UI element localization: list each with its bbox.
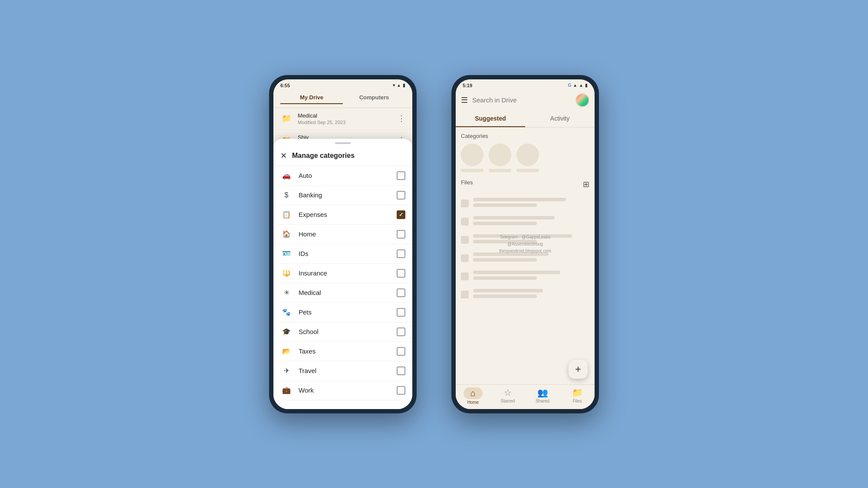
search-content: Categories Files ⊞ [456,128,595,384]
category-label-pets: Pets [299,308,397,316]
skel-line-3b [473,240,537,243]
sheet-handle [335,142,351,144]
category-banking[interactable]: $ Banking [273,186,412,205]
time-2: 5:19 [463,83,472,88]
category-circle-3 [516,144,539,172]
drive-tabs: My Drive Computers [273,90,412,108]
files-nav-icon: 📁 [572,387,583,398]
category-label-school: School [299,328,397,335]
home-icon: 🏠 [280,230,293,238]
file-item-medical[interactable]: 📁 Medical Modified Sep 25, 2023 ⋮ [273,108,412,130]
checkbox-school[interactable] [397,328,405,336]
category-medical[interactable]: ✳ Medical [273,283,412,303]
sheet-title: Manage categories [292,152,355,160]
search-input[interactable] [472,96,571,104]
checkbox-travel[interactable] [397,367,405,375]
auto-icon: 🚗 [280,171,293,180]
category-label-ids: IDs [299,250,397,257]
category-school[interactable]: 🎓 School [273,322,412,342]
category-home[interactable]: 🏠 Home [273,225,412,244]
circle-label-3 [516,169,539,172]
tab-activity[interactable]: Activity [525,111,595,127]
skel-line-2a [473,216,555,219]
category-circles [461,144,589,172]
skel-line-1a [473,198,566,201]
battery-icon-2: ▮ [585,83,588,88]
grid-view-icon[interactable]: ⊞ [583,180,589,189]
battery-icon: ▮ [403,83,405,88]
checkbox-work[interactable] [397,386,405,395]
close-sheet-button[interactable]: ✕ [280,151,287,160]
avatar[interactable] [575,93,589,107]
checkbox-taxes[interactable] [397,347,405,356]
skel-thumb-3 [461,236,469,244]
search-header: ☰ [456,90,595,111]
nav-home[interactable]: ⌂ Home [456,387,490,405]
category-work[interactable]: 💼 Work [273,381,412,400]
category-ids[interactable]: 🪪 IDs [273,244,412,264]
ids-icon: 🪪 [280,249,293,258]
signal-icon-2: ▲ [573,83,577,88]
skel-line-6b [473,295,537,298]
category-auto[interactable]: 🚗 Auto [273,166,412,186]
shared-nav-icon: 👥 [537,387,548,398]
checkbox-medical[interactable] [397,288,405,297]
category-travel[interactable]: ✈ Travel [273,361,412,381]
status-bar-1: 6:55 ▾ ▲ ▮ [273,79,412,90]
status-icons-1: ▾ ▲ ▮ [393,83,405,88]
category-pets[interactable]: 🐾 Pets [273,303,412,322]
phone-1: 6:55 ▾ ▲ ▮ My Drive Computers 📁 Medical … [269,75,417,413]
time-1: 6:55 [280,83,290,88]
skeleton-row-1 [461,194,589,213]
files-label: Files [461,179,473,186]
expenses-icon: 📋 [280,210,293,219]
skel-lines-2 [473,216,589,227]
checkbox-home[interactable] [397,230,405,239]
nav-home-label: Home [467,400,479,405]
skel-line-4b [473,258,537,262]
home-nav-icon: ⌂ [470,388,476,398]
category-label-expenses: Expenses [299,211,397,218]
tab-computers[interactable]: Computers [343,92,405,104]
file-menu-medical[interactable]: ⋮ [398,114,405,123]
nav-files[interactable]: 📁 Files [560,387,595,405]
checkbox-banking[interactable] [397,191,405,200]
checkbox-auto[interactable] [397,171,405,180]
starred-nav-icon: ☆ [504,387,512,398]
skel-lines-3 [473,234,589,246]
circle-label-2 [489,169,511,172]
skel-thumb-4 [461,254,469,262]
checkbox-ids[interactable] [397,249,405,258]
skel-line-2b [473,222,537,225]
category-expenses[interactable]: 📋 Expenses [273,205,412,225]
tab-suggested[interactable]: Suggested [456,111,525,127]
skeleton-row-5 [461,267,589,285]
skel-lines-4 [473,252,589,264]
skel-thumb-2 [461,218,469,226]
category-circle-1 [461,144,483,172]
tab-my-drive[interactable]: My Drive [280,92,343,104]
nav-shared[interactable]: 👥 Shared [525,387,560,405]
category-label-medical: Medical [299,289,397,296]
category-circle-2 [489,144,511,172]
skel-thumb-5 [461,272,469,280]
hamburger-icon[interactable]: ☰ [461,95,468,105]
nav-shared-label: Shared [536,399,549,403]
skel-lines-6 [473,289,589,300]
category-taxes[interactable]: 📂 Taxes [273,342,412,361]
category-list: 🚗 Auto $ Banking 📋 Expenses [273,166,412,400]
category-label-banking: Banking [299,191,397,199]
wifi-icon-2: ▲ [579,83,583,88]
sheet-header: ✕ Manage categories [273,149,412,166]
skel-thumb-1 [461,200,469,207]
skel-line-6a [473,289,543,292]
fab-add-button[interactable]: + [569,360,588,379]
travel-icon: ✈ [280,367,293,375]
checkbox-pets[interactable] [397,308,405,317]
folder-icon-medical: 📁 [280,113,293,124]
checkbox-insurance[interactable] [397,269,405,278]
category-insurance[interactable]: 🔱 Insurance [273,264,412,283]
nav-starred[interactable]: ☆ Starred [490,387,525,405]
checkbox-expenses[interactable] [397,210,405,219]
phone-2: 5:19 G ▲ ▲ ▮ ☰ Suggested Activity Catego… [451,75,599,413]
